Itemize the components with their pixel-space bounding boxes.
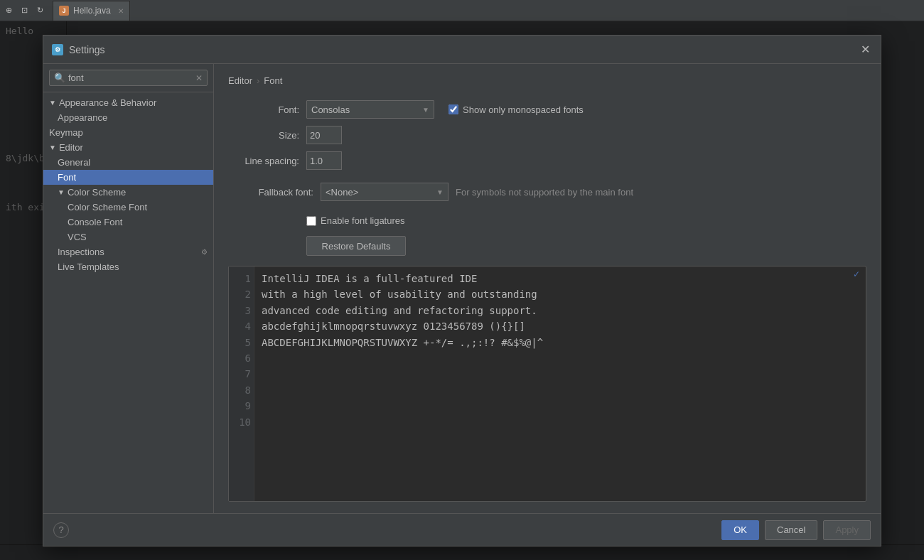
sidebar-item-appearance-behavior[interactable]: ▼ Appearance & Behavior	[43, 95, 213, 110]
dropdown-arrow-icon: ▼	[422, 106, 429, 114]
show-monospaced-row: Show only monospaced fonts	[448, 104, 584, 115]
line-spacing-row: Line spacing:	[228, 151, 866, 170]
gutter-line: 10	[232, 414, 251, 430]
sidebar-item-color-scheme-font[interactable]: Color Scheme Font	[43, 200, 213, 215]
sidebar-item-color-scheme[interactable]: ▼ Color Scheme	[43, 185, 213, 200]
sidebar-item-label: Appearance	[58, 112, 107, 123]
sidebar-item-label: Editor	[59, 142, 83, 153]
fallback-label: Fallback font:	[228, 187, 313, 198]
fallback-font-value: <None>	[326, 187, 358, 198]
ok-button[interactable]: OK	[721, 520, 759, 540]
font-label: Font:	[228, 104, 299, 115]
file-tab[interactable]: J Hello.java ✕	[53, 1, 130, 21]
dialog-title: Settings	[69, 44, 105, 55]
size-row: Size:	[228, 126, 866, 144]
apply-button[interactable]: Apply	[823, 520, 871, 540]
preview-collapse-icon[interactable]: ✓	[853, 269, 863, 279]
breadcrumb-parent: Editor	[228, 75, 252, 86]
show-monospaced-checkbox[interactable]	[448, 104, 458, 114]
font-select[interactable]: Consolas ▼	[306, 100, 434, 119]
sidebar-item-general[interactable]: General	[43, 155, 213, 170]
dialog-body: 🔍 ✕ ▼ Appearance & Behavior Appearance	[43, 64, 881, 513]
breadcrumb-separator: ›	[257, 75, 259, 86]
tab-close-icon[interactable]: ✕	[118, 7, 124, 15]
settings-tree: ▼ Appearance & Behavior Appearance Keyma…	[43, 92, 213, 513]
preview-line	[262, 398, 859, 414]
preview-line: abcdefghijklmnopqrstuvwxyz 0123456789 ()…	[262, 318, 859, 334]
sidebar-item-editor[interactable]: ▼ Editor	[43, 140, 213, 155]
footer-buttons: OK Cancel Apply	[721, 520, 871, 540]
sidebar-item-label: Inspections	[58, 247, 104, 257]
enable-ligatures-checkbox[interactable]	[306, 216, 316, 226]
search-box: 🔍 ✕	[43, 64, 213, 92]
sidebar-item-label: Color Scheme Font	[68, 202, 147, 212]
sidebar-item-font[interactable]: Font	[43, 170, 213, 185]
gutter-line: 5	[232, 335, 251, 350]
settings-dialog: ⚙ Settings ✕ 🔍 ✕	[43, 35, 881, 546]
sidebar-item-keymap[interactable]: Keymap	[43, 125, 213, 140]
left-panel: 🔍 ✕ ▼ Appearance & Behavior Appearance	[43, 64, 214, 513]
arrow-icon: ▼	[49, 99, 56, 107]
dialog-titlebar: ⚙ Settings ✕	[43, 36, 881, 64]
gutter-line: 4	[232, 318, 251, 334]
ligature-row: Enable font ligatures	[306, 215, 866, 226]
sidebar-item-vcs[interactable]: VCS	[43, 230, 213, 244]
sidebar-item-label: Console Font	[68, 217, 122, 227]
search-clear-icon[interactable]: ✕	[195, 73, 203, 83]
java-icon: J	[59, 6, 69, 16]
cancel-button[interactable]: Cancel	[765, 520, 817, 540]
line-spacing-label: Line spacing:	[228, 156, 299, 166]
fallback-dropdown-arrow-icon: ▼	[436, 188, 444, 196]
gutter-line: 9	[232, 398, 251, 414]
dialog-title-left: ⚙ Settings	[52, 44, 105, 55]
sidebar-item-live-templates[interactable]: Live Templates	[43, 259, 213, 274]
show-monospaced-label: Show only monospaced fonts	[463, 104, 584, 115]
line-spacing-input[interactable]	[306, 151, 342, 170]
gutter-line: 1	[232, 271, 251, 286]
arrow-icon: ▼	[49, 144, 56, 151]
sidebar-item-label: Color Scheme	[68, 187, 126, 198]
fallback-hint: For symbols not supported by the main fo…	[456, 187, 633, 198]
gutter-line: 7	[232, 366, 251, 382]
enable-ligatures-label: Enable font ligatures	[321, 215, 405, 226]
tab-icons: ⊕ ⊡ ↻	[3, 5, 45, 16]
help-button[interactable]: ?	[53, 522, 69, 538]
sidebar-item-label: Live Templates	[58, 262, 119, 272]
right-panel: Editor › Font Font: Consolas ▼ Sho	[214, 64, 881, 513]
sidebar-item-label: Appearance & Behavior	[59, 97, 156, 108]
dialog-close-button[interactable]: ✕	[858, 43, 872, 57]
preview-line	[262, 366, 859, 382]
search-icon: 🔍	[54, 72, 65, 83]
preview-line: advanced code editing and refactoring su…	[262, 303, 859, 318]
arrow-icon: ▼	[58, 188, 65, 196]
sidebar-item-label: Keymap	[49, 127, 83, 138]
size-input[interactable]	[306, 126, 342, 144]
breadcrumb-current: Font	[264, 75, 282, 86]
sidebar-item-label: Font	[58, 172, 76, 183]
preview-line	[262, 382, 859, 398]
preview-line: with a high level of usability and outst…	[262, 286, 859, 302]
gutter-line: 2	[232, 286, 251, 302]
fallback-font-select[interactable]: <None> ▼	[321, 183, 448, 201]
preview-area: 1 2 3 4 5 6 7 8 9 10 IntelliJ IDEA	[228, 266, 866, 502]
search-input-wrap: 🔍 ✕	[49, 70, 208, 86]
size-label: Size:	[228, 130, 299, 141]
preview-line: IntelliJ IDEA is a full-featured IDE	[262, 271, 859, 286]
sidebar-item-console-font[interactable]: Console Font	[43, 215, 213, 230]
tab-icon-3[interactable]: ↻	[34, 5, 45, 16]
sidebar-item-inspections[interactable]: Inspections ⚙	[43, 244, 213, 259]
tab-icon-1[interactable]: ⊕	[3, 5, 14, 16]
dialog-footer: ? OK Cancel Apply	[43, 513, 881, 546]
gutter-line: 6	[232, 350, 251, 366]
search-input[interactable]	[68, 72, 193, 83]
preview-content: IntelliJ IDEA is a full-featured IDE wit…	[254, 266, 866, 501]
gutter-line: 8	[232, 382, 251, 398]
gutter-line: 3	[232, 303, 251, 318]
settings-icon: ⚙	[52, 44, 63, 55]
font-row: Font: Consolas ▼ Show only monospaced fo…	[228, 100, 866, 119]
restore-defaults-button[interactable]: Restore Defaults	[306, 236, 406, 256]
tab-icon-2[interactable]: ⊡	[18, 5, 30, 16]
sidebar-item-appearance[interactable]: Appearance	[43, 110, 213, 125]
settings-icon-small: ⚙	[201, 248, 208, 256]
preview-line	[262, 350, 859, 366]
